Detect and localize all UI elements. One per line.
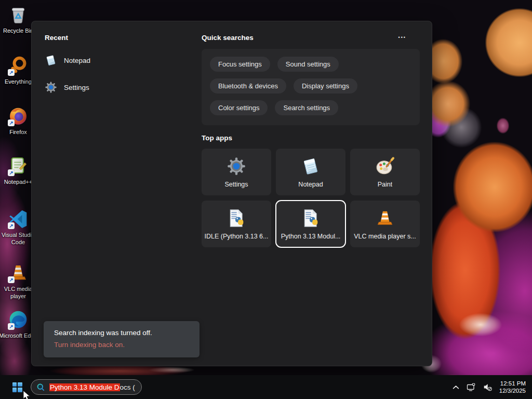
top-app-label: IDLE (Python 3.13 6... xyxy=(205,233,269,240)
desktop-icon-label: Recycle Bin xyxy=(3,27,33,34)
desktop-icon-label: Notepad++ xyxy=(4,178,32,185)
mouse-cursor xyxy=(23,390,32,399)
top-app-python-module-docs[interactable]: Python 3.13 Modul... xyxy=(276,201,345,247)
top-apps-grid: Settings Notepad xyxy=(202,149,420,247)
desktop-icon-label: Firefox xyxy=(9,128,27,136)
shortcut-arrow-icon: ↗ xyxy=(8,222,15,229)
windows-logo-icon xyxy=(12,382,22,392)
notepad-icon xyxy=(45,54,57,66)
top-app-label: Python 3.13 Modul... xyxy=(281,233,341,240)
search-icon xyxy=(36,383,45,392)
search-query-text: Python 3.13 Module Docs ( xyxy=(49,383,135,391)
top-app-label: Paint xyxy=(378,181,393,188)
python-doc-icon xyxy=(227,208,246,228)
firefox-icon: ↗ xyxy=(8,105,29,126)
clock-time: 12:51 PM xyxy=(499,380,526,387)
quick-searches-card: Focus settings Sound settings Bluetooth … xyxy=(202,49,420,125)
vlc-cone-icon: ↗ xyxy=(8,262,29,283)
recycle-bin-icon xyxy=(8,4,29,25)
python-doc-icon xyxy=(301,208,321,228)
top-app-label: Notepad xyxy=(298,181,323,188)
gear-icon xyxy=(45,81,57,94)
chevron-up-icon[interactable] xyxy=(453,385,459,390)
top-apps-title: Top apps xyxy=(202,134,420,142)
desktop-icon-label: Everything xyxy=(5,78,32,85)
notepad-icon xyxy=(301,156,321,176)
quick-search-pill-color-settings[interactable]: Color settings xyxy=(210,100,268,115)
search-panel-right-column: Quick searches ••• Focus settings Sound … xyxy=(202,34,420,247)
recent-item-label: Notepad xyxy=(64,57,90,64)
top-app-label: Settings xyxy=(224,181,248,188)
indexing-notification: Search indexing was turned off. Turn ind… xyxy=(44,321,200,357)
top-app-settings[interactable]: Settings xyxy=(202,149,271,195)
recent-item-label: Settings xyxy=(64,84,89,91)
search-flyout-panel: Recent Notepad xyxy=(31,21,432,366)
clock-date: 12/3/2025 xyxy=(499,387,526,394)
notepad-plus-plus-icon: ↗ xyxy=(8,155,29,176)
indexing-message: Search indexing was turned off. xyxy=(54,329,189,337)
taskbar-clock[interactable]: 12:51 PM 12/3/2025 xyxy=(499,380,526,395)
gear-icon xyxy=(227,156,246,176)
quick-searches-title: Quick searches xyxy=(202,34,254,42)
turn-indexing-on-link[interactable]: Turn indexing back on. xyxy=(54,341,189,349)
shortcut-arrow-icon: ↗ xyxy=(8,276,15,283)
quick-search-pill-focus-settings[interactable]: Focus settings xyxy=(210,57,270,72)
quick-search-pill-display-settings[interactable]: Display settings xyxy=(294,78,357,94)
shortcut-arrow-icon: ↗ xyxy=(8,69,15,76)
everything-search-icon: ↗ xyxy=(8,55,29,76)
recent-item-settings[interactable]: Settings xyxy=(45,79,190,96)
quick-search-pill-bluetooth-devices[interactable]: Bluetooth & devices xyxy=(210,78,286,94)
recent-title: Recent xyxy=(45,34,190,42)
quick-search-pill-sound-settings[interactable]: Sound settings xyxy=(277,57,339,72)
taskbar-search-input[interactable]: Python 3.13 Module Docs ( xyxy=(31,379,142,395)
top-app-notepad[interactable]: Notepad xyxy=(276,149,345,195)
selected-query-text: Python 3.13 Module D xyxy=(49,383,120,391)
shortcut-arrow-icon: ↗ xyxy=(8,323,15,330)
unselected-query-text: ocs ( xyxy=(120,383,135,391)
system-tray: 12:51 PM 12/3/2025 xyxy=(453,380,526,395)
shortcut-arrow-icon: ↗ xyxy=(8,119,15,126)
screen: Recycle Bin ↗ Everything xyxy=(0,0,532,399)
recent-item-notepad[interactable]: Notepad xyxy=(45,52,190,69)
paint-icon xyxy=(375,156,395,176)
network-icon[interactable] xyxy=(466,382,476,392)
top-app-paint[interactable]: Paint xyxy=(350,149,420,195)
shortcut-arrow-icon: ↗ xyxy=(8,169,15,176)
top-app-idle-python[interactable]: IDLE (Python 3.13 6... xyxy=(202,201,271,247)
taskbar: Python 3.13 Module Docs ( xyxy=(0,375,532,399)
edge-icon: ↗ xyxy=(8,309,29,330)
more-options-icon[interactable]: ••• xyxy=(398,34,406,41)
top-app-vlc[interactable]: VLC media player s... xyxy=(350,201,420,247)
vlc-cone-icon xyxy=(375,208,395,228)
quick-search-pill-search-settings[interactable]: Search settings xyxy=(275,100,338,115)
vscode-icon: ↗ xyxy=(8,208,29,229)
volume-muted-icon[interactable] xyxy=(483,382,493,392)
recent-section: Recent Notepad xyxy=(45,34,190,96)
top-app-label: VLC media player s... xyxy=(354,233,416,240)
